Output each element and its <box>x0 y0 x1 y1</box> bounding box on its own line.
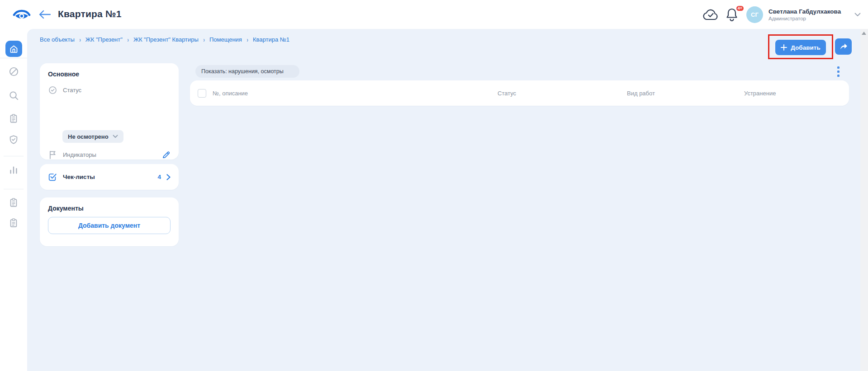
select-all-checkbox[interactable] <box>198 89 206 98</box>
sidebar-item-documents[interactable] <box>0 193 27 211</box>
scroll-up-arrow[interactable] <box>862 32 866 35</box>
sidebar <box>0 29 27 371</box>
clipboard-icon <box>9 218 19 228</box>
card-title: Основное <box>48 70 171 78</box>
indicators-label: Индикаторы <box>63 151 96 158</box>
breadcrumb-separator: › <box>79 36 81 43</box>
checklists-count: 4 <box>157 174 161 180</box>
app-logo-eye-icon[interactable] <box>13 7 31 22</box>
breadcrumb-separator: › <box>203 36 204 43</box>
clipboard-icon <box>9 197 19 207</box>
annotation-rectangle: Добавить <box>768 34 833 59</box>
notification-badge: 4+ <box>735 5 745 12</box>
share-button[interactable] <box>835 38 852 55</box>
breadcrumb-all-objects[interactable]: Все объекты <box>40 36 75 43</box>
add-button[interactable]: Добавить <box>775 40 826 55</box>
sidebar-item-analytics[interactable] <box>0 161 27 179</box>
breadcrumb-separator: › <box>127 36 128 43</box>
clipboard-icon <box>9 113 19 123</box>
bar-chart-icon <box>9 165 19 175</box>
more-options-kebab-icon[interactable] <box>833 63 843 80</box>
chevron-down-icon <box>288 70 294 73</box>
pencil-icon <box>162 150 171 159</box>
top-bar: Квартира №1 4+ СГ Светлана Габдулхакова … <box>0 0 868 29</box>
user-menu[interactable]: СГ Светлана Габдулхакова Администратор <box>746 5 861 23</box>
main-info-card: Основное Статус Не осмотрено <box>40 63 179 160</box>
breadcrumb-complex[interactable]: ЖК "Презент" <box>85 36 123 43</box>
status-value: Не осмотрено <box>68 133 109 140</box>
chevron-down-icon <box>113 135 118 138</box>
checklists-card[interactable]: Чек-листы 4 <box>40 164 179 190</box>
status-select[interactable]: Не осмотрено <box>62 130 123 143</box>
share-arrow-icon <box>839 42 848 51</box>
breadcrumb-separator: › <box>247 36 248 43</box>
add-button-label: Добавить <box>791 44 820 51</box>
block-icon <box>9 66 19 77</box>
sidebar-item-violations[interactable] <box>0 62 27 80</box>
documents-title: Документы <box>48 205 171 212</box>
sidebar-item-security[interactable] <box>0 131 27 149</box>
column-work-type: Вид работ <box>627 90 655 97</box>
table-header-card: №, описание Статус Вид работ Устранение <box>190 80 849 106</box>
edit-indicators-button[interactable] <box>162 150 171 159</box>
sidebar-item-search[interactable] <box>0 86 27 104</box>
plus-icon <box>781 44 787 51</box>
checklists-label: Чек-листы <box>63 174 95 180</box>
column-status: Статус <box>498 90 516 97</box>
scrollbar[interactable] <box>860 29 868 371</box>
checkbox-check-icon <box>48 172 57 182</box>
breadcrumb-apartments[interactable]: ЖК "Презент" Квартиры <box>133 36 199 43</box>
shield-check-icon <box>9 135 19 145</box>
user-role: Администратор <box>768 15 841 22</box>
sidebar-item-journal[interactable] <box>0 214 27 232</box>
content-area: Все объекты › ЖК "Презент" › ЖК "Презент… <box>27 29 860 371</box>
sidebar-divider <box>4 156 24 156</box>
sidebar-divider <box>0 58 27 58</box>
documents-card: Документы Добавить документ <box>40 197 179 246</box>
breadcrumb-premises[interactable]: Помещения <box>209 36 242 43</box>
search-icon <box>9 90 19 101</box>
cloud-sync-icon[interactable] <box>702 8 720 22</box>
status-label: Статус <box>63 87 81 94</box>
flag-icon <box>48 150 57 159</box>
check-circle-icon <box>48 86 57 94</box>
notifications-bell-icon[interactable]: 4+ <box>726 7 741 22</box>
sidebar-item-home[interactable] <box>5 41 22 57</box>
user-name: Светлана Габдулхакова <box>768 8 841 15</box>
column-fix: Устранение <box>744 90 776 97</box>
chevron-down-icon <box>854 13 861 17</box>
column-description: №, описание <box>213 90 248 97</box>
sidebar-item-inspections[interactable] <box>0 109 27 127</box>
breadcrumb-current[interactable]: Квартира №1 <box>253 36 289 43</box>
back-button[interactable] <box>39 8 52 21</box>
avatar: СГ <box>746 6 763 23</box>
page-title: Квартира №1 <box>58 9 122 19</box>
sidebar-divider <box>4 189 24 189</box>
filter-label: Показать: нарушения, осмотры <box>201 68 284 75</box>
home-icon <box>9 44 19 54</box>
chevron-right-icon <box>166 174 171 180</box>
checklists-row: Чек-листы 4 <box>48 172 171 182</box>
breadcrumb: Все объекты › ЖК "Презент" › ЖК "Презент… <box>40 36 289 43</box>
indicators-row: Индикаторы <box>48 150 171 159</box>
app-window: Квартира №1 4+ СГ Светлана Габдулхакова … <box>0 0 868 371</box>
status-row: Статус <box>48 86 171 94</box>
add-document-button[interactable]: Добавить документ <box>48 217 171 234</box>
filter-chip[interactable]: Показать: нарушения, осмотры <box>195 65 299 78</box>
